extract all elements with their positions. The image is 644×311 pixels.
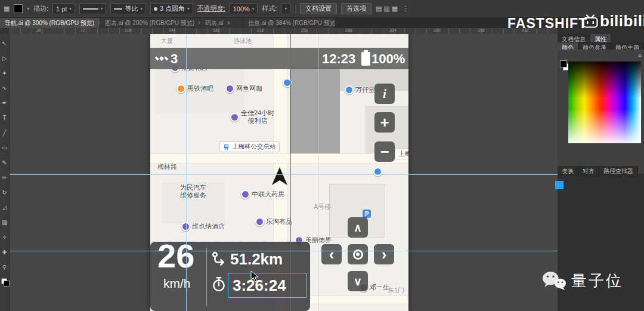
guide-horizontal[interactable] <box>10 174 558 175</box>
mouse-cursor-icon <box>250 270 259 282</box>
stroke-style-dropdown[interactable]: ▾ <box>79 3 107 14</box>
dpad-right-button[interactable]: › <box>374 244 394 264</box>
hand-tool[interactable]: ✚ <box>0 245 10 260</box>
channel-name: 量子位 <box>571 270 623 291</box>
scale-tool[interactable]: ◿ <box>0 200 10 215</box>
direct-selection-tool[interactable]: ▷ <box>0 51 10 66</box>
bilibili-logo: bilibili <box>583 13 644 29</box>
lasso-tool[interactable]: ∿ <box>0 81 10 96</box>
fill-color-swatch[interactable] <box>14 4 23 13</box>
profile-value: 等比 <box>125 4 138 13</box>
map-label: 维也纳酒店 <box>181 222 225 231</box>
selection-tool[interactable]: ↖ <box>0 36 10 51</box>
zoom-tool[interactable]: ⚲ <box>0 260 10 275</box>
battery-percent: 100% <box>371 51 405 67</box>
divider <box>295 4 296 14</box>
bilibili-wordmark: bilibili <box>600 13 644 29</box>
satellite-count: 3 <box>171 51 178 67</box>
width-profile-dropdown[interactable]: 等比▾ <box>110 3 146 14</box>
line-segment-tool[interactable]: ╱ <box>0 125 10 140</box>
paintbrush-tool[interactable]: ✎ <box>0 155 10 170</box>
divider <box>206 248 207 306</box>
profile-line-icon <box>114 8 122 10</box>
fill-stroke-widget[interactable] <box>1 278 8 285</box>
map-label: 全佳24小时便利店 <box>230 109 274 125</box>
tab-pathfinder[interactable]: 路径查找器 <box>599 166 638 177</box>
opacity-dropdown[interactable]: 100%▾ <box>230 3 258 14</box>
magic-wand-tool[interactable]: ✦ <box>0 66 10 81</box>
document-setup-button[interactable]: 文档设置 <box>300 3 337 14</box>
dpad-up-button[interactable]: ∧ <box>348 217 368 238</box>
tab-tubiao[interactable]: 图表.ai @ 200% (RGB/GPU 预览) × <box>100 18 200 28</box>
opacity-label[interactable]: 不透明度: <box>197 4 225 13</box>
tab-align[interactable]: 对齐 <box>578 166 599 177</box>
rotate-tool[interactable]: ↻ <box>0 185 10 200</box>
canvas[interactable]: 大厦 游泳池 FLAMEI 福贸花园 黑铁酒吧 网鱼网咖 万仟堂 全佳24小时便… <box>10 34 558 311</box>
navigation-arrow-icon <box>271 167 289 187</box>
poi-pin-icon <box>345 85 354 94</box>
map-label: 黑铁酒吧 <box>177 84 213 93</box>
panel-menu-icon[interactable]: ≡ <box>638 52 642 58</box>
color-spectrum[interactable] <box>568 61 641 143</box>
type-tool[interactable]: T <box>0 110 10 125</box>
phone-status-bar: 3 12:23 100% <box>150 48 408 69</box>
route-icon <box>211 251 227 267</box>
more-options-icon[interactable]: ⋮ <box>402 5 408 13</box>
dpad-down-button[interactable]: ∨ <box>348 271 368 291</box>
poi-pin-icon <box>230 113 239 122</box>
map-road <box>150 153 408 164</box>
ruler-number: 396 <box>478 28 485 32</box>
guide-vertical-red[interactable] <box>290 34 291 311</box>
brush-value: 3 点圆角 <box>160 4 185 13</box>
chevron-down-icon: ▾ <box>27 7 29 11</box>
tab-transform[interactable]: 变换 <box>558 166 578 177</box>
gradient-tool[interactable]: ▨ <box>0 215 10 230</box>
pencil-tool[interactable]: ✏ <box>0 170 10 185</box>
tool-palette: ↖ ▷ ✦ ∿ ✒ T ╱ ▭ ✎ ✏ ↻ ◿ ▨ ✧ ✚ ⚲ <box>0 34 10 311</box>
eyedropper-tool[interactable]: ✧ <box>0 230 10 245</box>
info-button[interactable]: i <box>374 84 395 104</box>
map-label-road-name: 梅林路 <box>157 162 177 171</box>
tab-mabiao[interactable]: 码表.ai × <box>200 18 243 28</box>
stroke-label: 描边: <box>33 4 48 13</box>
dpad-center-button[interactable] <box>348 244 368 264</box>
brush-definition-dropdown[interactable]: 3 点圆角▾ <box>150 3 193 14</box>
tab-daohang[interactable]: 导航.ai @ 300% (RGB/GPU 预览) × <box>0 18 100 28</box>
map-label: 为民汽车维修服务 <box>180 184 206 199</box>
close-icon[interactable]: × <box>227 20 231 26</box>
zoom-out-button[interactable]: − <box>374 141 395 162</box>
stroke-width-dropdown[interactable]: 1 pt▾ <box>52 3 75 14</box>
channel-watermark: 量子位 <box>541 270 623 291</box>
poi-pin-icon <box>255 217 264 226</box>
pen-tool[interactable]: ✒ <box>0 96 10 110</box>
tab-title: 导航.ai @ 300% (RGB/GPU 预览) <box>5 19 94 27</box>
fill-proxy-swatch[interactable] <box>560 60 567 67</box>
ruler-corner <box>0 28 10 34</box>
ruler-number: 216 <box>257 28 264 32</box>
map-label: 上梅 <box>395 149 408 159</box>
ruler-number: 288 <box>345 28 352 32</box>
preferences-button[interactable]: 首选项 <box>341 3 371 14</box>
rectangle-tool[interactable]: ▭ <box>0 140 10 155</box>
poi-pin-icon <box>225 84 234 93</box>
ruler-number: 180 <box>213 28 220 32</box>
poi-pin-icon <box>241 190 250 199</box>
zoom-in-button[interactable]: + <box>374 112 395 133</box>
app-grid-icon[interactable]: ▦ <box>4 5 10 13</box>
poi-pin-icon <box>177 84 185 93</box>
speed-dashboard: 26 km/h 51.2km 3:26:24 <box>150 242 310 311</box>
ruler-number: 252 <box>301 28 308 32</box>
stroke-width-value: 1 pt <box>56 5 67 13</box>
ruler-number: 324 <box>389 28 397 32</box>
style-dropdown[interactable]: ▾ <box>281 3 290 14</box>
align-icons[interactable]: ▤ ▥ ▦ <box>376 5 398 13</box>
ruler-number: 72 <box>80 28 85 32</box>
wechat-icon <box>541 270 566 291</box>
dpad-left-button[interactable]: ‹ <box>321 244 342 264</box>
tab-xinxi[interactable]: 信息.ai @ 384% (RGB/GPU 预览) × <box>243 18 336 28</box>
panel-column: 文档信息 属性 颜色 颜色参考 颜色主题 ≡ 变换 对齐 路径查找器 <box>558 28 644 311</box>
guide-vertical[interactable] <box>318 34 318 311</box>
fastshift-watermark: FASTSHIFT <box>507 16 587 32</box>
guide-horizontal[interactable] <box>10 251 558 251</box>
guide-vertical[interactable] <box>186 34 187 311</box>
